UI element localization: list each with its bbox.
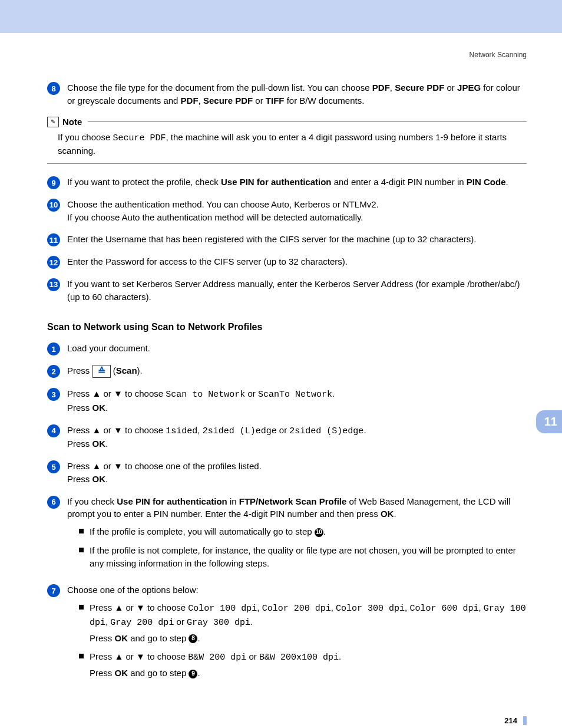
step: 2Press ≙ (Scan). [47, 364, 527, 379]
note-body: If you choose Secure PDF, the machine wi… [47, 127, 527, 164]
square-bullet-icon [79, 605, 84, 610]
note-divider [88, 121, 527, 122]
note-box: ✎ Note If you choose Secure PDF, the mac… [47, 117, 527, 164]
square-bullet-icon [79, 548, 84, 552]
step: 5Press ▲ or ▼ to choose one of the profi… [47, 460, 527, 487]
step-number-badge: 10 [47, 199, 60, 212]
scan-button-icon: ≙ [92, 365, 111, 378]
page-content: Network Scanning 8Choose the file type f… [0, 33, 562, 728]
sub-bullet: If the profile is not complete, for inst… [79, 544, 527, 572]
top-bar [0, 0, 562, 33]
step: 10Choose the authentication method. You … [47, 198, 527, 225]
step-number-badge: 1 [47, 342, 60, 355]
step-body: Press ▲ or ▼ to choose 1sided, 2sided (L… [67, 424, 527, 452]
step: 1Load your document. [47, 342, 527, 356]
sub-bullet: If the profile is complete, you will aut… [79, 525, 527, 541]
step-body: Choose one of the options below:Press ▲ … [67, 584, 527, 686]
step-ref-10-icon: 10 [315, 528, 323, 537]
step-body: Choose the file type for the document fr… [67, 81, 527, 108]
step: 11Enter the Username that has been regis… [47, 233, 527, 247]
step: 9If you want to protect the profile, che… [47, 176, 527, 190]
step-number-badge: 12 [47, 256, 60, 269]
note-icon: ✎ [47, 117, 59, 127]
step-number-badge: 3 [47, 388, 60, 401]
step-number-badge: 9 [47, 176, 60, 189]
chapter-tab: 11 [536, 410, 562, 433]
step-number-badge: 6 [47, 496, 60, 509]
square-bullet-icon [79, 529, 84, 533]
step: 4Press ▲ or ▼ to choose 1sided, 2sided (… [47, 424, 527, 452]
section-title: Network Scanning [47, 51, 527, 59]
step-number-badge: 11 [47, 233, 60, 246]
step-number-badge: 8 [47, 82, 60, 95]
step: 3Press ▲ or ▼ to choose Scan to Network … [47, 387, 527, 416]
step: 12Enter the Password for access to the C… [47, 255, 527, 269]
step-number-badge: 2 [47, 365, 60, 378]
step-number-badge: 4 [47, 424, 60, 437]
step: 6If you check Use PIN for authentication… [47, 495, 527, 576]
section-heading: Scan to Network using Scan to Network Pr… [47, 322, 527, 332]
step: 7Choose one of the options below:Press ▲… [47, 584, 527, 686]
step-number-badge: 7 [47, 584, 60, 597]
sub-bullet: Press ▲ or ▼ to choose Color 100 dpi, Co… [79, 601, 527, 647]
step-ref-9-icon: 9 [189, 670, 197, 678]
step-number-badge: 13 [47, 278, 60, 291]
step-body: If you check Use PIN for authentication … [67, 495, 527, 576]
step-body: Enter the Password for access to the CIF… [67, 255, 527, 269]
step-body: Press ▲ or ▼ to choose Scan to Network o… [67, 387, 527, 416]
step-body: Choose the authentication method. You ca… [67, 198, 527, 225]
step: 8Choose the file type for the document f… [47, 81, 527, 108]
step-body: Press ≙ (Scan). [67, 364, 527, 379]
square-bullet-icon [79, 654, 84, 658]
note-title: Note [62, 117, 82, 127]
step-body: Load your document. [67, 342, 527, 356]
step-number-badge: 5 [47, 460, 60, 473]
step-body: If you want to protect the profile, chec… [67, 176, 527, 190]
step-body: Enter the Username that has been registe… [67, 233, 527, 247]
step-body: If you want to set Kerberos Server Addre… [67, 278, 527, 305]
step-body: Press ▲ or ▼ to choose one of the profil… [67, 460, 527, 487]
step: 13If you want to set Kerberos Server Add… [47, 278, 527, 305]
sub-bullet: Press ▲ or ▼ to choose B&W 200 dpi or B&… [79, 650, 527, 682]
step-ref-8-icon: 8 [189, 634, 197, 643]
page-number: 214 [504, 716, 527, 725]
